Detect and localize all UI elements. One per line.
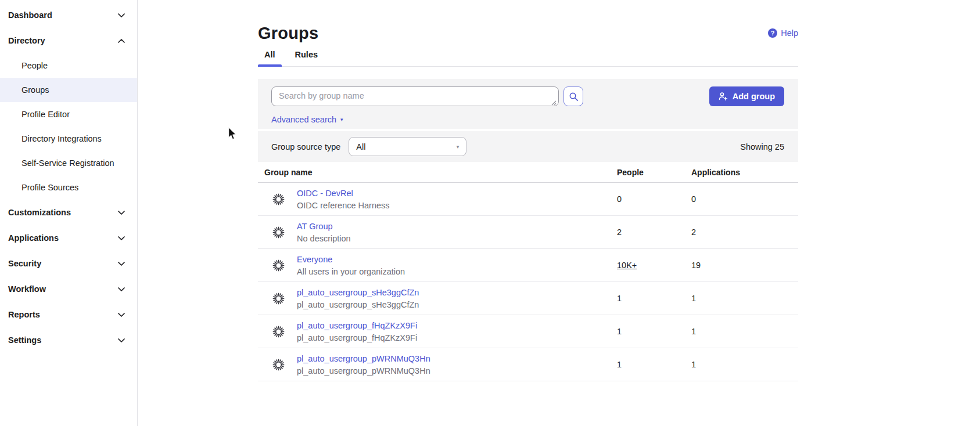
search-panel: Add group Advanced search ▾ — [258, 79, 798, 129]
tab-rules[interactable]: Rules — [289, 50, 325, 66]
people-count: 2 — [617, 228, 691, 237]
group-name-link[interactable]: pl_auto_usergroup_fHqZKzX9Fi — [297, 321, 417, 330]
tab-all[interactable]: All — [258, 50, 282, 66]
table-row: AT Group No description 2 2 — [258, 216, 798, 249]
people-count-link[interactable]: 10K+ — [617, 261, 637, 270]
people-count: 1 — [617, 294, 691, 303]
group-name-link[interactable]: pl_auto_usergroup_sHe3ggCfZn — [297, 288, 419, 297]
table-row: pl_auto_usergroup_sHe3ggCfZn pl_auto_use… — [258, 282, 798, 315]
table-row: pl_auto_usergroup_fHqZKzX9Fi pl_auto_use… — [258, 315, 798, 348]
sidebar-item-security[interactable]: Security — [0, 251, 137, 276]
applications-count: 19 — [691, 261, 798, 270]
search-button[interactable] — [563, 86, 583, 106]
applications-count: 1 — [691, 360, 798, 369]
chevron-down-icon — [118, 313, 125, 317]
add-group-button[interactable]: Add group — [709, 86, 784, 106]
page-header: Groups ? Help — [258, 0, 798, 45]
app-window: Dashboard Directory People Groups Profil… — [0, 0, 980, 426]
search-icon — [569, 92, 579, 102]
group-icon — [271, 225, 285, 239]
filter-bar: Group source type All ▾ Showing 25 — [258, 131, 798, 162]
sidebar-item-directory[interactable]: Directory — [0, 28, 137, 53]
sidebar-item-applications[interactable]: Applications — [0, 225, 137, 251]
sidebar-item-customizations[interactable]: Customizations — [0, 200, 137, 225]
group-description: No description — [297, 234, 617, 243]
people-count: 1 — [617, 360, 691, 369]
sidebar-item-label: People — [21, 61, 48, 70]
caret-down-icon: ▾ — [457, 144, 460, 150]
chevron-down-icon — [118, 211, 125, 215]
applications-count: 1 — [691, 294, 798, 303]
help-icon: ? — [768, 28, 777, 38]
sidebar-item-label: Directory — [8, 36, 45, 45]
table-row: Everyone All users in your organization … — [258, 249, 798, 282]
sidebar-item-label: Dashboard — [8, 10, 52, 20]
group-name-link[interactable]: pl_auto_usergroup_pWRNMuQ3Hn — [297, 354, 430, 363]
people-count: 1 — [617, 327, 691, 336]
people-count: 0 — [617, 194, 691, 204]
main-content: Groups ? Help All Rules — [138, 0, 980, 426]
group-icon — [271, 291, 285, 305]
sidebar-item-self-service-registration[interactable]: Self-Service Registration — [0, 151, 137, 175]
group-icon — [271, 192, 285, 206]
column-applications[interactable]: Applications — [691, 168, 798, 177]
sidebar-item-groups[interactable]: Groups — [0, 78, 137, 102]
group-name-link[interactable]: Everyone — [297, 255, 332, 264]
group-source-type-select[interactable]: All ▾ — [349, 137, 466, 156]
group-description: pl_auto_usergroup_fHqZKzX9Fi — [297, 333, 617, 342]
sidebar-item-people[interactable]: People — [0, 53, 137, 78]
applications-count: 1 — [691, 327, 798, 336]
resize-grip-icon[interactable] — [551, 100, 557, 106]
sidebar-item-settings[interactable]: Settings — [0, 327, 137, 353]
person-add-icon — [719, 92, 728, 101]
sidebar-item-label: Workflow — [8, 284, 46, 294]
help-label: Help — [781, 28, 798, 38]
sidebar-item-profile-editor[interactable]: Profile Editor — [0, 102, 137, 127]
sidebar-item-label: Profile Sources — [21, 183, 78, 192]
chevron-down-icon — [118, 236, 125, 240]
sidebar-item-label: Security — [8, 259, 41, 268]
advanced-search-link[interactable]: Advanced search ▾ — [271, 115, 343, 124]
table-row: pl_auto_usergroup_pWRNMuQ3Hn pl_auto_use… — [258, 348, 798, 381]
sidebar-item-label: Reports — [8, 310, 40, 319]
chevron-down-icon — [118, 338, 125, 342]
sidebar-item-label: Directory Integrations — [21, 134, 102, 143]
group-description: All users in your organization — [297, 267, 617, 276]
group-description: OIDC reference Harness — [297, 201, 617, 210]
sidebar-item-label: Profile Editor — [21, 110, 70, 119]
sidebar-item-dashboard[interactable]: Dashboard — [0, 2, 137, 28]
sidebar-item-label: Customizations — [8, 208, 71, 217]
chevron-down-icon — [118, 262, 125, 266]
sidebar-item-profile-sources[interactable]: Profile Sources — [0, 175, 137, 200]
column-group-name[interactable]: Group name — [264, 168, 617, 177]
chevron-up-icon — [118, 39, 125, 43]
group-icon — [271, 258, 285, 272]
group-name-link[interactable]: OIDC - DevRel — [297, 189, 353, 198]
group-description: pl_auto_usergroup_pWRNMuQ3Hn — [297, 366, 617, 376]
group-icon — [271, 324, 285, 338]
advanced-search-label: Advanced search — [271, 115, 336, 124]
tab-bar: All Rules — [258, 50, 798, 67]
help-link[interactable]: ? Help — [768, 28, 798, 38]
sidebar-item-reports[interactable]: Reports — [0, 302, 137, 327]
group-source-type-label: Group source type — [271, 142, 340, 151]
chevron-down-icon — [118, 287, 125, 291]
column-people[interactable]: People — [617, 168, 691, 177]
sidebar-item-workflow[interactable]: Workflow — [0, 276, 137, 302]
showing-count: Showing 25 — [740, 142, 784, 151]
sidebar-item-label: Groups — [21, 85, 49, 95]
search-input[interactable] — [271, 86, 559, 106]
select-value: All — [356, 142, 365, 151]
group-description: pl_auto_usergroup_sHe3ggCfZn — [297, 300, 617, 309]
group-name-link[interactable]: AT Group — [297, 222, 333, 231]
caret-down-icon: ▾ — [340, 117, 343, 122]
group-icon — [271, 358, 285, 371]
applications-count: 0 — [691, 194, 798, 204]
applications-count: 2 — [691, 228, 798, 237]
sidebar: Dashboard Directory People Groups Profil… — [0, 0, 138, 426]
chevron-down-icon — [118, 13, 125, 17]
table-row: OIDC - DevRel OIDC reference Harness 0 0 — [258, 183, 798, 216]
page-title: Groups — [258, 24, 318, 43]
sidebar-item-directory-integrations[interactable]: Directory Integrations — [0, 127, 137, 151]
sidebar-item-label: Applications — [8, 233, 59, 243]
